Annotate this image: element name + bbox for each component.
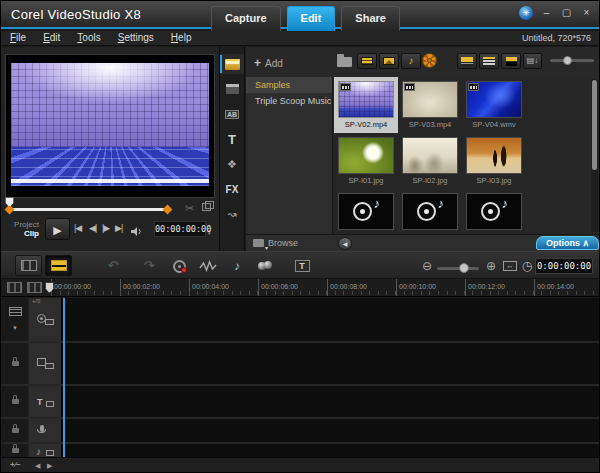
menu-edit[interactable]: Edit <box>43 32 60 43</box>
close-button[interactable]: × <box>580 6 593 20</box>
panel-filter[interactable]: FX <box>220 179 244 199</box>
storyboard-view-button[interactable] <box>15 255 42 276</box>
timecode-spinner[interactable]: ▴▾ <box>208 221 211 237</box>
panel-media[interactable] <box>220 54 244 74</box>
scroll-right-button[interactable]: ▶ <box>47 462 52 470</box>
timeline-ruler[interactable]: 00:00:00:0000:00:02:0000:00:04:0000:00:0… <box>1 279 599 297</box>
track-manager-icon[interactable] <box>9 307 22 316</box>
minimize-button[interactable]: – <box>540 6 553 20</box>
tab-share[interactable]: Share <box>341 6 400 31</box>
timeline-view-button[interactable] <box>45 255 72 276</box>
view-large-button[interactable] <box>457 53 477 69</box>
video-track-header[interactable] <box>29 298 62 341</box>
subtitle-editor-button[interactable]: T <box>290 257 314 275</box>
browse-button[interactable]: Browse <box>253 238 298 248</box>
scrub-track[interactable] <box>10 208 168 211</box>
library-item[interactable]: ♪ SP-M01.mpa <box>334 189 398 234</box>
track-lock-icon[interactable] <box>12 399 19 404</box>
tab-edit[interactable]: Edit <box>287 6 336 31</box>
undo-button[interactable]: ↶ <box>101 257 125 275</box>
redo-button[interactable]: ↷ <box>137 257 161 275</box>
library-item[interactable]: ♪ SP-M03.mpa <box>462 189 526 234</box>
show-all-tracks-icon[interactable] <box>7 282 22 293</box>
menu-settings[interactable]: Settings <box>118 32 154 43</box>
plus-icon: + <box>254 56 261 70</box>
track-lock-icon[interactable] <box>12 428 19 433</box>
filter-photo-button[interactable] <box>379 53 399 69</box>
menu-help[interactable]: Help <box>171 32 192 43</box>
voice-track-content[interactable] <box>62 419 599 442</box>
thumbnail-size-slider[interactable] <box>550 59 594 62</box>
slider-thumb[interactable] <box>563 56 572 65</box>
sort-button[interactable]: ▤↓ <box>523 53 542 69</box>
filter-video-button[interactable] <box>357 53 377 69</box>
tab-capture[interactable]: Capture <box>211 6 281 31</box>
record-capture-button[interactable] <box>167 257 191 275</box>
media-wheel-icon[interactable] <box>422 53 437 68</box>
options-button[interactable]: Options ∧ <box>536 236 599 250</box>
menu-tools[interactable]: Tools <box>77 32 100 43</box>
library-item[interactable]: SP-V03.mp4 <box>398 77 462 133</box>
maximize-button[interactable]: ▢ <box>560 6 573 20</box>
panel-motion[interactable]: ↝ <box>220 204 244 224</box>
voice-track-header[interactable] <box>29 419 62 442</box>
music-track-header[interactable]: ♪ <box>29 444 62 458</box>
library-item[interactable]: ♪ SP-M02.mpa <box>398 189 462 234</box>
music-track-content[interactable] <box>62 444 599 458</box>
panel-instant-project[interactable] <box>220 79 244 99</box>
library-scrollbar[interactable] <box>591 79 598 232</box>
panel-title[interactable]: T <box>220 129 244 149</box>
scrub-playhead-handle[interactable] <box>5 197 14 207</box>
view-thumbnail-button[interactable] <box>501 53 521 69</box>
end-button[interactable]: ▶| <box>115 223 122 233</box>
add-folder-button[interactable]: +Add <box>254 56 283 70</box>
trim-end-handle[interactable] <box>163 205 173 215</box>
preview-timecode[interactable]: 00:00:00:00 <box>154 221 206 237</box>
mode-project-label[interactable]: Project <box>7 220 39 229</box>
panel-transition[interactable]: AB <box>220 104 244 124</box>
collapse-tracks-icon[interactable]: ▼ <box>12 325 18 331</box>
motion-tracking-button[interactable] <box>253 257 277 275</box>
library-item[interactable]: SP-V04.wmv <box>462 77 526 133</box>
panel-graphic[interactable]: ❖ <box>220 154 244 174</box>
pan-zoom-tool-icon[interactable]: +⁄− <box>10 460 21 469</box>
track-tools-label[interactable]: +/≡ <box>32 298 41 304</box>
timeline-timecode[interactable]: 0:00:00:00 <box>535 258 593 274</box>
timeline-zoom-slider[interactable] <box>437 267 479 270</box>
zoom-out-icon: ⊖ <box>422 260 432 272</box>
overlay-track-header[interactable] <box>29 343 62 384</box>
collapse-library-button[interactable]: ◀ <box>338 237 352 250</box>
split-clip-button[interactable]: ✂ <box>185 202 194 215</box>
enlarge-preview-button[interactable] <box>202 203 211 211</box>
track-lock-icon[interactable] <box>12 361 19 366</box>
scroll-left-button[interactable]: ◀ <box>35 462 40 470</box>
video-track-content[interactable] <box>62 298 599 341</box>
next-frame-button[interactable]: |▶ <box>102 223 109 233</box>
scrollbar-thumb[interactable] <box>592 80 597 170</box>
overlay-track-content[interactable] <box>62 343 599 384</box>
mode-clip-label[interactable]: Clip <box>7 229 39 238</box>
play-button[interactable]: ▶ <box>45 218 70 240</box>
sound-mixer-button[interactable] <box>196 257 220 275</box>
zoom-out-button[interactable]: ⊖ <box>415 257 439 275</box>
library-item[interactable]: SP-I02.jpg <box>398 133 462 189</box>
track-lock-icon[interactable] <box>12 448 19 453</box>
auto-music-button[interactable]: ♪ <box>225 257 249 275</box>
home-button[interactable]: |◀ <box>74 223 81 233</box>
library-item[interactable]: SP-I01.jpg <box>334 133 398 189</box>
title-track-content[interactable] <box>62 386 599 417</box>
library-folder[interactable]: Triple Scoop Music <box>246 93 332 109</box>
title-track-header[interactable]: T <box>29 386 62 417</box>
view-list-button[interactable] <box>479 53 499 69</box>
filter-audio-button[interactable]: ♪ <box>401 53 421 69</box>
library-item[interactable]: SP-V02.mp4 <box>334 77 398 133</box>
import-media-icon[interactable] <box>337 57 352 67</box>
corel-guide-icon[interactable]: ✳ <box>519 6 533 20</box>
previous-frame-button[interactable]: ◀| <box>89 223 96 233</box>
zoom-slider-thumb[interactable] <box>459 263 469 273</box>
track-view-icon[interactable] <box>27 282 42 293</box>
menu-file[interactable]: File <box>10 32 26 43</box>
library-item[interactable]: SP-I03.jpg <box>462 133 526 189</box>
mute-icon[interactable] <box>130 223 143 241</box>
library-folder[interactable]: Samples <box>246 77 332 93</box>
